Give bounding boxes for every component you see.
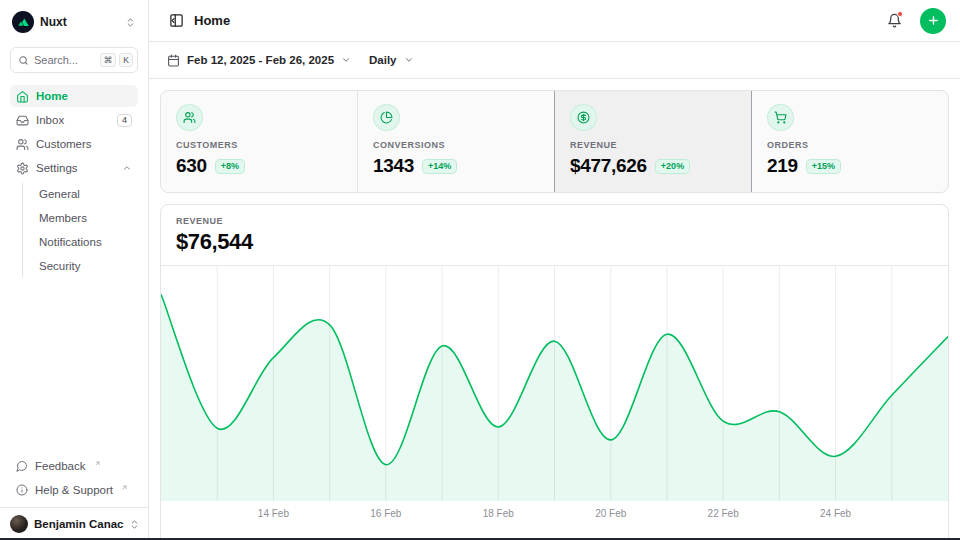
- inbox-icon: [16, 114, 29, 127]
- stat-value: 630: [176, 155, 207, 177]
- chevron-up-icon: [122, 163, 132, 173]
- info-circle-icon: [16, 484, 28, 496]
- team-name: Nuxt: [40, 15, 119, 29]
- chart-plot[interactable]: 14 Feb16 Feb18 Feb20 Feb22 Feb24 Feb: [161, 266, 948, 531]
- revenue-chart-svg: [161, 266, 948, 501]
- x-axis-label: 14 Feb: [258, 508, 289, 519]
- cart-icon: [774, 111, 787, 124]
- stat-label: REVENUE: [570, 140, 736, 150]
- date-range-picker[interactable]: Feb 12, 2025 - Feb 26, 2025: [167, 54, 351, 67]
- x-axis-label: 22 Feb: [708, 508, 739, 519]
- chevron-down-icon: [341, 55, 351, 65]
- chevron-updown-icon: [129, 519, 140, 530]
- sidebar-item-home[interactable]: Home: [10, 85, 138, 107]
- message-bubble-icon: [16, 460, 28, 472]
- arrow-up-right-icon: [121, 484, 128, 491]
- main-area: Home Feb 12, 2025 - Feb 26, 2025 Daily: [149, 0, 960, 540]
- sidebar-item-notifications[interactable]: Notifications: [33, 231, 138, 253]
- search-input[interactable]: Search... ⌘ K: [10, 47, 138, 73]
- filter-toolbar: Feb 12, 2025 - Feb 26, 2025 Daily: [149, 42, 960, 79]
- notification-dot: [897, 11, 903, 17]
- stat-label: CUSTOMERS: [176, 140, 342, 150]
- dashboard-content: CUSTOMERS 630 +8% CONVERSIONS 1343 +14%: [149, 79, 960, 540]
- stat-value: 1343: [373, 155, 414, 177]
- stats-row: CUSTOMERS 630 +8% CONVERSIONS 1343 +14%: [160, 90, 949, 193]
- sidebar-item-feedback[interactable]: Feedback: [10, 455, 138, 477]
- stat-delta-badge: +20%: [655, 159, 690, 174]
- gear-icon: [16, 162, 29, 175]
- page-header: Home: [149, 0, 960, 42]
- avatar: [10, 515, 28, 533]
- chart-header: REVENUE $76,544: [161, 205, 948, 266]
- user-name: Benjamin Canac: [34, 518, 123, 530]
- home-icon: [16, 90, 29, 103]
- stat-delta-badge: +15%: [806, 159, 841, 174]
- x-axis-label: 16 Feb: [370, 508, 401, 519]
- users-icon: [16, 138, 29, 151]
- sidebar-footer: Feedback Help & Support: [0, 455, 148, 507]
- chart-label: REVENUE: [176, 216, 933, 226]
- sidebar-spacer: [0, 277, 148, 455]
- chevron-updown-icon: [125, 17, 136, 28]
- sidebar-item-general[interactable]: General: [33, 183, 138, 205]
- stat-delta-badge: +8%: [215, 159, 245, 174]
- stat-delta-badge: +14%: [422, 159, 457, 174]
- stat-card-conversions[interactable]: CONVERSIONS 1343 +14%: [358, 91, 554, 192]
- plus-icon: [927, 14, 940, 27]
- x-axis-label: 24 Feb: [820, 508, 851, 519]
- panel-left-close-icon: [169, 13, 184, 28]
- stat-label: CONVERSIONS: [373, 140, 539, 150]
- search-icon: [18, 55, 29, 66]
- sidebar-item-settings[interactable]: Settings: [10, 157, 138, 179]
- add-button[interactable]: [920, 8, 946, 34]
- x-axis-label: 20 Feb: [595, 508, 626, 519]
- user-menu[interactable]: Benjamin Canac: [0, 507, 148, 540]
- sidebar-item-help-support[interactable]: Help & Support: [10, 479, 138, 501]
- page-title: Home: [194, 13, 872, 28]
- search-shortcut: ⌘ K: [100, 53, 133, 67]
- arrow-up-right-icon: [94, 460, 101, 467]
- search-placeholder: Search...: [34, 54, 95, 66]
- sidebar-item-customers[interactable]: Customers: [10, 133, 138, 155]
- sidebar-item-inbox[interactable]: Inbox 4: [10, 109, 138, 131]
- dollar-circle-icon: [577, 111, 590, 124]
- calendar-icon: [167, 54, 180, 67]
- revenue-chart-card: REVENUE $76,544 14 Feb16 Feb18 Feb20 Feb…: [160, 204, 949, 540]
- sidebar-nav: Home Inbox 4 Customers Settings: [10, 85, 138, 277]
- x-axis-label: 18 Feb: [483, 508, 514, 519]
- collapse-sidebar-button[interactable]: [167, 8, 185, 34]
- chart-value: $76,544: [176, 229, 933, 255]
- stat-value: $477,626: [570, 155, 647, 177]
- stat-label: ORDERS: [767, 140, 933, 150]
- stat-value: 219: [767, 155, 798, 177]
- stat-card-revenue[interactable]: REVENUE $477,626 +20%: [555, 91, 751, 192]
- settings-subnav: General Members Notifications Security: [22, 183, 138, 277]
- period-select[interactable]: Daily: [369, 54, 414, 66]
- app-root: Nuxt Search... ⌘ K Home Inbox: [0, 0, 960, 540]
- stat-card-orders[interactable]: ORDERS 219 +15%: [752, 91, 948, 192]
- sidebar-item-security[interactable]: Security: [33, 255, 138, 277]
- kbd-cmd: ⌘: [100, 53, 117, 67]
- chevron-down-icon: [404, 55, 414, 65]
- nuxt-logo-icon: [12, 11, 34, 33]
- period-value: Daily: [369, 54, 397, 66]
- inbox-count-badge: 4: [117, 114, 132, 127]
- sidebar: Nuxt Search... ⌘ K Home Inbox: [0, 0, 149, 540]
- kbd-k: K: [119, 53, 133, 67]
- stat-card-customers[interactable]: CUSTOMERS 630 +8%: [161, 91, 357, 192]
- team-switcher[interactable]: Nuxt: [10, 9, 138, 35]
- pie-chart-icon: [380, 111, 393, 124]
- date-range-value: Feb 12, 2025 - Feb 26, 2025: [187, 54, 334, 66]
- sidebar-item-members[interactable]: Members: [33, 207, 138, 229]
- users-icon: [183, 111, 196, 124]
- notifications-button[interactable]: [881, 8, 907, 34]
- x-axis-labels: 14 Feb16 Feb18 Feb20 Feb22 Feb24 Feb: [161, 501, 948, 531]
